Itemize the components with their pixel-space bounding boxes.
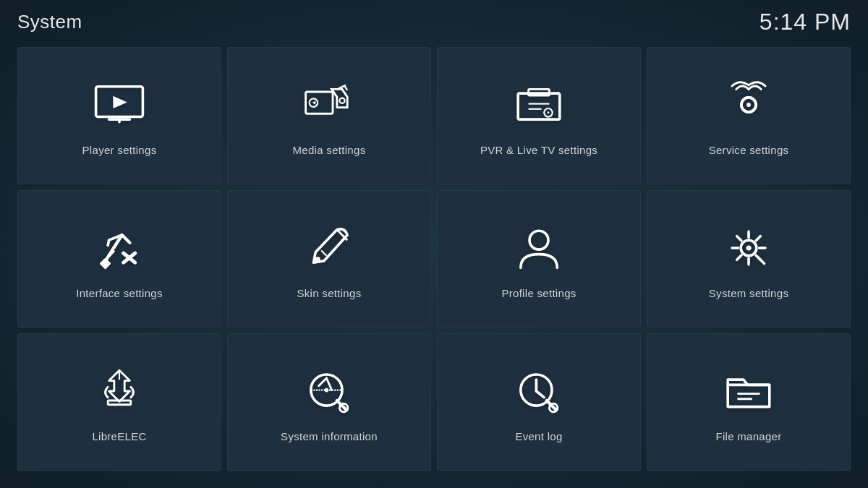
svg-point-30 xyxy=(529,231,548,249)
clock: 5:14 PM xyxy=(760,9,851,35)
svg-rect-21 xyxy=(99,257,111,269)
tile-label-system-information: System information xyxy=(281,430,378,442)
tile-libreelec[interactable]: LibreELEC xyxy=(17,333,221,471)
tile-label-media-settings: Media settings xyxy=(293,144,366,156)
tile-system-information[interactable]: System information xyxy=(227,333,431,471)
filemanager-icon xyxy=(720,362,778,420)
interface-icon xyxy=(90,219,148,277)
tile-label-skin-settings: Skin settings xyxy=(297,287,362,299)
svg-line-38 xyxy=(737,236,741,240)
libreelec-icon xyxy=(90,362,148,420)
settings-grid: Player settings Media settings PVR & Liv… xyxy=(0,41,868,482)
tile-label-service-settings: Service settings xyxy=(709,144,789,156)
svg-line-36 xyxy=(737,255,741,260)
tile-label-system-settings: System settings xyxy=(709,287,788,299)
pvr-icon xyxy=(510,76,568,134)
media-icon xyxy=(300,76,358,134)
tile-event-log[interactable]: Event log xyxy=(437,333,641,471)
svg-line-41 xyxy=(758,257,765,263)
tile-skin-settings[interactable]: Skin settings xyxy=(227,190,431,328)
svg-point-29 xyxy=(315,257,320,262)
tile-service-settings[interactable]: Service settings xyxy=(647,47,851,184)
tile-label-libreelec: LibreELEC xyxy=(92,430,146,442)
eventlog-icon xyxy=(510,362,568,420)
svg-point-17 xyxy=(746,103,751,107)
profile-icon xyxy=(510,219,568,277)
svg-line-8 xyxy=(345,86,348,90)
svg-point-15 xyxy=(548,111,550,114)
tile-label-file-manager: File manager xyxy=(715,430,781,442)
tile-player-settings[interactable]: Player settings xyxy=(17,47,221,184)
service-icon xyxy=(720,76,778,134)
svg-marker-1 xyxy=(113,95,127,108)
svg-line-54 xyxy=(536,391,544,398)
svg-line-20 xyxy=(122,235,130,243)
svg-point-6 xyxy=(339,98,344,103)
tile-file-manager[interactable]: File manager xyxy=(647,333,851,471)
svg-line-46 xyxy=(319,378,327,386)
tile-label-profile-settings: Profile settings xyxy=(501,287,576,299)
header: System 5:14 PM xyxy=(0,0,868,41)
svg-line-28 xyxy=(321,250,326,255)
svg-rect-10 xyxy=(518,93,560,119)
tile-label-player-settings: Player settings xyxy=(82,144,157,156)
tile-label-interface-settings: Interface settings xyxy=(76,287,163,299)
tile-pvr-settings[interactable]: PVR & Live TV settings xyxy=(437,47,641,184)
tile-interface-settings[interactable]: Interface settings xyxy=(17,190,221,328)
svg-line-26 xyxy=(108,240,109,245)
tile-profile-settings[interactable]: Profile settings xyxy=(437,190,641,328)
sysinfo-icon xyxy=(300,362,358,420)
tile-media-settings[interactable]: Media settings xyxy=(227,47,431,184)
tile-label-event-log: Event log xyxy=(515,430,562,442)
page-title: System xyxy=(17,11,82,33)
player-icon xyxy=(90,76,148,134)
page: System 5:14 PM Player settings Media set… xyxy=(0,0,868,488)
skin-icon xyxy=(300,219,358,277)
svg-point-49 xyxy=(325,388,329,392)
tile-system-settings[interactable]: System settings xyxy=(647,190,851,328)
tile-label-pvr-settings: PVR & Live TV settings xyxy=(480,144,597,156)
svg-line-40 xyxy=(756,236,760,240)
system-icon xyxy=(720,219,778,277)
svg-point-32 xyxy=(746,245,751,250)
